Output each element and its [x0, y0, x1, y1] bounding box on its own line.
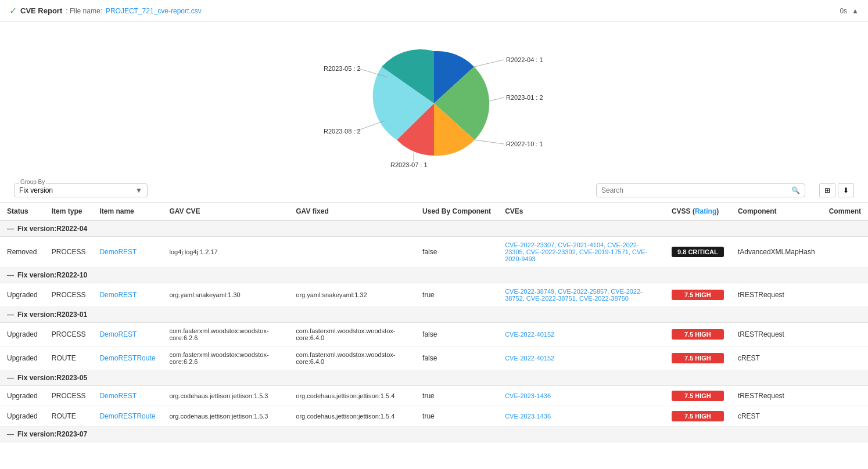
- cve-link[interactable]: CVE-2022-40152: [505, 331, 554, 338]
- cell-gav-fixed: org.codehaus.jettison:jettison:1.5.4: [289, 386, 415, 406]
- col-comment: Comment: [822, 203, 868, 221]
- item-name-link[interactable]: DemoRESTRoute: [99, 412, 155, 420]
- cvss-badge: 9.8 CRITICAL: [672, 247, 724, 257]
- group-label: Fix version:R2023-05: [17, 374, 87, 382]
- search-input[interactable]: [601, 186, 791, 194]
- group-by-label: Group By: [19, 179, 46, 185]
- cell-gav-fixed: com.fasterxml.woodstox:woodstox-core:6.4…: [289, 347, 415, 370]
- cell-item-name: DemoRESTRoute: [92, 347, 162, 370]
- cvss-badge: 7.5 HIGH: [672, 290, 724, 300]
- cell-cves: CVE-2022-38749, CVE-2022-25857, CVE-2022…: [498, 283, 665, 307]
- table-header-row: Status Item type Item name GAV CVE GAV f…: [0, 203, 868, 221]
- cell-component: tRESTRequest: [731, 283, 822, 307]
- search-icon: 🔍: [791, 186, 800, 194]
- col-cves: CVEs: [498, 203, 665, 221]
- cell-status: Upgraded: [0, 283, 45, 307]
- cell-comment: [822, 323, 868, 347]
- top-bar-left: ✓ CVE Report : File name: PROJECT_721_cv…: [9, 5, 202, 16]
- cell-cvss: 7.5 HIGH: [665, 406, 731, 427]
- cve-link[interactable]: CVE-2022-23307, CVE-2021-4104, CVE-2022-…: [505, 241, 647, 262]
- action-buttons: ⊞ ⬇: [819, 183, 854, 197]
- item-name-link[interactable]: DemoREST: [99, 248, 137, 256]
- collapse-icon[interactable]: ▲: [852, 7, 859, 15]
- cell-status: Upgraded: [0, 386, 45, 406]
- group-label: Fix version:R2022-04: [17, 225, 87, 233]
- cell-comment: [822, 237, 868, 268]
- table-row: UpgradedROUTEDemoRESTRoutecom.fasterxml.…: [0, 347, 868, 370]
- cell-cvss: 7.5 HIGH: [665, 347, 731, 370]
- cell-cves: CVE-2022-23307, CVE-2021-4104, CVE-2022-…: [498, 237, 665, 268]
- group-header-row: —Fix version:R2022-10: [0, 268, 868, 283]
- cell-used-by: true: [415, 386, 498, 406]
- cell-used-by: true: [415, 283, 498, 307]
- group-dash: —: [7, 225, 14, 233]
- cell-item-type: PROCESS: [45, 323, 93, 347]
- timer: 0s: [840, 7, 847, 15]
- cve-link[interactable]: CVE-2023-1436: [505, 413, 551, 420]
- cell-item-type: ROUTE: [45, 347, 93, 370]
- cell-gav-cve: log4j:log4j:1.2.17: [162, 237, 289, 268]
- cell-cvss: 7.5 HIGH: [665, 323, 731, 347]
- cell-cvss: 7.5 HIGH: [665, 386, 731, 406]
- download-button[interactable]: ⬇: [838, 183, 854, 197]
- pie-chart: R2022-04 : 1 R2023-01 : 2 R2022-10 : 1 R…: [289, 34, 579, 173]
- group-header-row: —Fix version:R2022-04: [0, 221, 868, 237]
- report-title: CVE Report: [20, 6, 62, 15]
- controls-row: Group By Fix version ▼ 🔍 ⊞ ⬇: [0, 179, 868, 203]
- item-name-link[interactable]: DemoRESTRoute: [99, 354, 155, 362]
- group-by-select[interactable]: Fix version: [19, 186, 142, 194]
- table-body: —Fix version:R2022-04RemovedPROCESSDemoR…: [0, 221, 868, 442]
- rating-link[interactable]: Rating: [695, 207, 716, 215]
- cell-used-by: true: [415, 406, 498, 427]
- cve-link[interactable]: CVE-2022-40152: [505, 355, 554, 362]
- item-name-link[interactable]: DemoREST: [99, 291, 137, 299]
- top-bar-right: 0s ▲: [840, 7, 859, 15]
- item-name-link[interactable]: DemoREST: [99, 392, 137, 400]
- svg-line-0: [474, 60, 504, 67]
- cell-item-type: PROCESS: [45, 386, 93, 406]
- label-r2022-04: R2022-04 : 1: [506, 56, 543, 63]
- col-gav-cve: GAV CVE: [162, 203, 289, 221]
- cell-item-type: PROCESS: [45, 283, 93, 307]
- filename-label: : File name:: [66, 7, 102, 15]
- cell-component: cREST: [731, 406, 822, 427]
- cell-gav-cve: com.fasterxml.woodstox:woodstox-core:6.2…: [162, 323, 289, 347]
- table-row: UpgradedPROCESSDemoRESTcom.fasterxml.woo…: [0, 323, 868, 347]
- group-header-row: —Fix version:R2023-07: [0, 427, 868, 442]
- table-view-button[interactable]: ⊞: [819, 183, 835, 197]
- cell-item-type: PROCESS: [45, 237, 93, 268]
- col-item-type: Item type: [45, 203, 93, 221]
- col-cvss[interactable]: CVSS (Rating): [665, 203, 731, 221]
- group-dash: —: [7, 374, 14, 382]
- cell-cves: CVE-2022-40152: [498, 347, 665, 370]
- cell-item-name: DemoREST: [92, 283, 162, 307]
- cell-item-name: DemoRESTRoute: [92, 406, 162, 427]
- cell-component: tRESTRequest: [731, 386, 822, 406]
- cell-gav-cve: org.codehaus.jettison:jettison:1.5.3: [162, 386, 289, 406]
- cve-link[interactable]: CVE-2022-38749, CVE-2022-25857, CVE-2022…: [505, 288, 643, 302]
- label-r2023-07: R2023-07 : 1: [390, 161, 428, 168]
- chart-area: R2022-04 : 1 R2023-01 : 2 R2022-10 : 1 R…: [0, 22, 868, 179]
- item-name-link[interactable]: DemoREST: [99, 330, 137, 338]
- col-status: Status: [0, 203, 45, 221]
- cell-used-by: false: [415, 323, 498, 347]
- cell-comment: [822, 283, 868, 307]
- cell-status: Upgraded: [0, 406, 45, 427]
- cell-cves: CVE-2023-1436: [498, 386, 665, 406]
- svg-line-2: [475, 140, 504, 144]
- cvss-badge: 7.5 HIGH: [672, 411, 724, 421]
- search-container: 🔍: [596, 183, 805, 197]
- cell-cves: CVE-2023-1436: [498, 406, 665, 427]
- cell-used-by: false: [415, 237, 498, 268]
- group-by-container: Group By Fix version ▼: [14, 183, 148, 197]
- label-r2023-01: R2023-01 : 2: [506, 94, 543, 101]
- cell-gav-fixed: org.codehaus.jettison:jettison:1.5.4: [289, 406, 415, 427]
- cell-used-by: false: [415, 347, 498, 370]
- group-dash: —: [7, 271, 14, 279]
- group-header-row: —Fix version:R2023-01: [0, 307, 868, 323]
- cell-gav-fixed: [289, 237, 415, 268]
- group-dash: —: [7, 311, 14, 319]
- col-gav-fixed: GAV fixed: [289, 203, 415, 221]
- cve-link[interactable]: CVE-2023-1436: [505, 392, 551, 399]
- cell-component: cREST: [731, 347, 822, 370]
